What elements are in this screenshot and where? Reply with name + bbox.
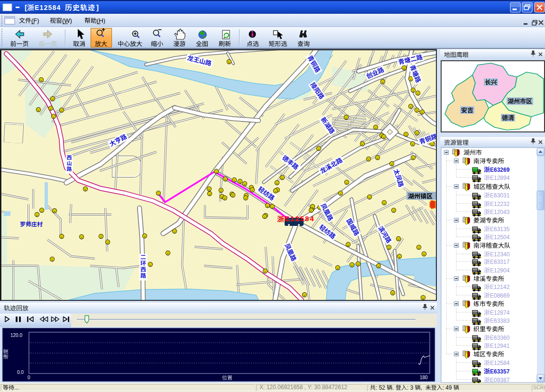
svg-text:180: 180 xyxy=(420,375,428,380)
svg-text:E63031: E63031 xyxy=(490,192,510,199)
svg-text:E12340: E12340 xyxy=(490,251,510,258)
svg-text:E63360: E63360 xyxy=(490,335,510,341)
svg-text:E12232: E12232 xyxy=(490,201,510,207)
svg-text:...: ... xyxy=(14,384,19,391)
svg-text:E12142: E12142 xyxy=(490,284,510,290)
svg-text:E63317: E63317 xyxy=(490,259,510,265)
svg-text:E08669: E08669 xyxy=(490,292,510,299)
svg-text:E12504: E12504 xyxy=(490,234,510,241)
svg-text:E63383: E63383 xyxy=(490,317,510,324)
svg-text:(F): (F) xyxy=(31,17,39,24)
svg-text:,: , xyxy=(421,384,422,391)
svg-text:(H): (H) xyxy=(97,17,105,24)
svg-text:0.0: 0.0 xyxy=(17,370,24,375)
svg-text:E12894: E12894 xyxy=(490,175,510,181)
svg-text:.: . xyxy=(392,384,394,391)
svg-text:120.0: 120.0 xyxy=(10,333,22,338)
svg-text:]: ] xyxy=(96,3,99,11)
svg-text:E12584: E12584 xyxy=(285,215,315,223)
svg-text:E63135: E63135 xyxy=(490,226,510,233)
svg-text:0: 0 xyxy=(28,375,30,380)
svg-text:E12874: E12874 xyxy=(490,309,510,316)
svg-text:E63357: E63357 xyxy=(490,368,510,375)
svg-text:: 49: : 49 xyxy=(443,384,452,391)
svg-text:E63269: E63269 xyxy=(490,167,510,173)
svg-text:E12043: E12043 xyxy=(490,209,510,215)
svg-text:: 52: : 52 xyxy=(376,384,385,391)
svg-text:E12584: E12584 xyxy=(35,4,61,11)
svg-text:E12941: E12941 xyxy=(490,343,510,349)
svg-text:(W): (W) xyxy=(62,17,72,24)
svg-text:E12584: E12584 xyxy=(490,360,510,366)
svg-text:X: 120.06921658 , Y: 30.884726: X: 120.06921658 , Y: 30.88472612 xyxy=(259,384,348,391)
svg-text:E12904: E12904 xyxy=(490,267,510,274)
svg-text:E09387: E09387 xyxy=(490,377,510,383)
svg-text:[: [ xyxy=(25,3,27,11)
svg-text:SCRL: SCRL xyxy=(533,384,545,390)
svg-text:: 3: : 3 xyxy=(407,384,414,391)
